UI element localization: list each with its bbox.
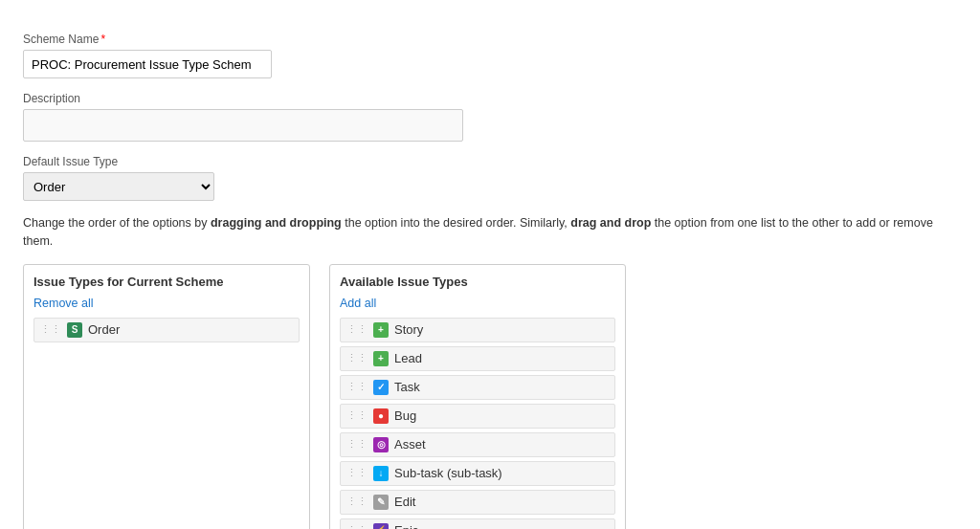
list-item[interactable]: ⋮⋮ ● Bug bbox=[340, 404, 615, 429]
available-panel: Available Issue Types Add all ⋮⋮ + Story… bbox=[329, 264, 626, 530]
available-items: ⋮⋮ + Story ⋮⋮ + Lead ⋮⋮ ✓ Task ⋮⋮ ● Bug … bbox=[340, 318, 615, 530]
description-input[interactable] bbox=[23, 109, 463, 142]
asset-icon: ◎ bbox=[373, 437, 389, 452]
story-icon: + bbox=[373, 322, 389, 338]
description-label: Description bbox=[23, 92, 957, 105]
item-label: Edit bbox=[394, 495, 415, 509]
list-item[interactable]: ⋮⋮ + Lead bbox=[340, 346, 615, 371]
list-item[interactable]: ⋮⋮ S Order bbox=[33, 318, 300, 342]
sub-task (sub-task)-icon: ↓ bbox=[373, 466, 389, 481]
drag-handle-icon: ⋮⋮ bbox=[346, 524, 368, 529]
default-issue-type-label: Default Issue Type bbox=[23, 155, 957, 168]
edit-icon: ✎ bbox=[373, 495, 389, 510]
remove-all-link[interactable]: Remove all bbox=[33, 297, 300, 310]
item-label: Bug bbox=[394, 408, 416, 423]
task-icon: ✓ bbox=[373, 380, 389, 395]
item-label: Task bbox=[394, 380, 420, 394]
drag-handle-icon: ⋮⋮ bbox=[346, 467, 368, 479]
drag-handle-icon: ⋮⋮ bbox=[346, 409, 368, 422]
current-scheme-title: Issue Types for Current Scheme bbox=[33, 275, 300, 289]
item-label: Sub-task (sub-task) bbox=[394, 466, 502, 480]
list-item[interactable]: ⋮⋮ ✓ Task bbox=[340, 375, 615, 400]
scheme-name-label: Scheme Name* bbox=[23, 33, 957, 46]
scheme-name-field: Scheme Name* bbox=[23, 33, 957, 78]
current-scheme-panel: Issue Types for Current Scheme Remove al… bbox=[23, 264, 310, 530]
epic-icon: ⚡ bbox=[373, 523, 389, 530]
panels-container: Issue Types for Current Scheme Remove al… bbox=[23, 264, 957, 530]
item-label: Epic bbox=[394, 523, 418, 529]
list-item[interactable]: ⋮⋮ ↓ Sub-task (sub-task) bbox=[340, 461, 615, 486]
list-item[interactable]: ⋮⋮ ✎ Edit bbox=[340, 490, 615, 515]
list-item[interactable]: ⋮⋮ ⚡ Epic bbox=[340, 518, 615, 530]
drag-handle-icon: ⋮⋮ bbox=[346, 352, 368, 364]
list-item[interactable]: ⋮⋮ ◎ Asset bbox=[340, 432, 615, 457]
item-label: Lead bbox=[394, 351, 422, 365]
item-label: Asset bbox=[394, 437, 426, 452]
description-field: Description bbox=[23, 92, 957, 142]
add-all-link[interactable]: Add all bbox=[340, 297, 615, 310]
lead-icon: + bbox=[373, 351, 389, 366]
drag-handle-icon: ⋮⋮ bbox=[346, 381, 368, 393]
default-issue-type-select[interactable]: Order Story Lead Task Bug Asset Sub-task… bbox=[23, 172, 214, 201]
drag-handle-icon: ⋮⋮ bbox=[346, 323, 368, 336]
bug-icon: ● bbox=[373, 408, 389, 424]
scheme-name-input[interactable] bbox=[23, 50, 272, 78]
default-issue-type-field: Default Issue Type Order Story Lead Task… bbox=[23, 155, 957, 201]
item-label: Order bbox=[88, 322, 120, 337]
list-item[interactable]: ⋮⋮ + Story bbox=[340, 318, 615, 342]
available-panel-title: Available Issue Types bbox=[340, 275, 615, 289]
item-label: Story bbox=[394, 322, 423, 337]
order-icon: S bbox=[67, 322, 82, 338]
drag-handle-icon: ⋮⋮ bbox=[40, 323, 61, 336]
drag-handle-icon: ⋮⋮ bbox=[346, 496, 368, 508]
current-scheme-items: ⋮⋮ S Order bbox=[33, 318, 300, 342]
drag-handle-icon: ⋮⋮ bbox=[346, 438, 368, 451]
info-text: Change the order of the options by dragg… bbox=[23, 214, 957, 251]
